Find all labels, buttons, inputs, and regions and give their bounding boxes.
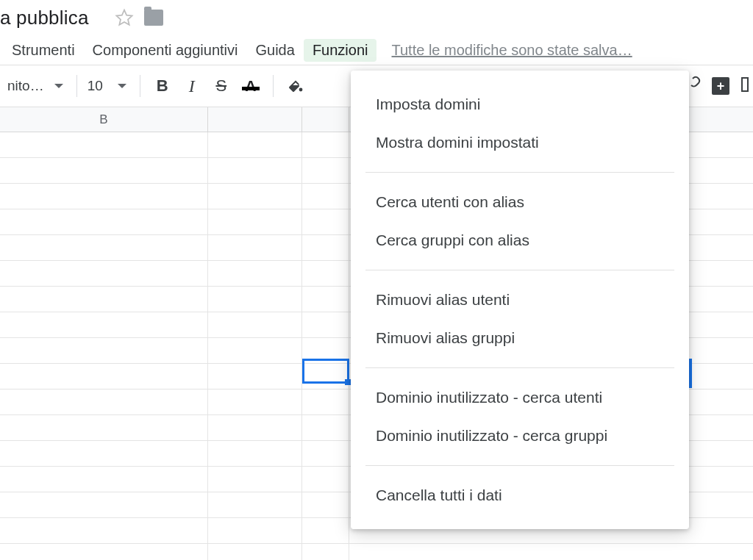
- dropdown-item[interactable]: Cerca gruppi con alias: [351, 221, 689, 259]
- cell[interactable]: [302, 132, 349, 157]
- cell[interactable]: [208, 364, 302, 389]
- cell[interactable]: [302, 415, 349, 440]
- cell[interactable]: [208, 209, 302, 234]
- dropdown-item[interactable]: Dominio inutilizzato - cerca gruppi: [351, 417, 689, 455]
- cell[interactable]: [208, 441, 302, 466]
- cell[interactable]: [208, 415, 302, 440]
- chevron-down-icon[interactable]: [118, 84, 126, 88]
- cell[interactable]: [0, 467, 208, 492]
- dropdown-item[interactable]: Cancella tutti i dati: [351, 476, 689, 514]
- cell[interactable]: [0, 441, 208, 466]
- star-icon[interactable]: [115, 8, 134, 27]
- cell[interactable]: [302, 492, 349, 517]
- svg-point-1: [299, 88, 302, 92]
- dropdown-item[interactable]: Dominio inutilizzato - cerca utenti: [351, 378, 689, 417]
- cell[interactable]: [302, 467, 349, 492]
- dropdown-separator: [365, 270, 674, 270]
- cell[interactable]: [302, 544, 349, 560]
- svg-rect-2: [742, 78, 748, 91]
- menu-componenti-aggiuntivi[interactable]: Componenti aggiuntivi: [84, 39, 247, 62]
- cell[interactable]: [0, 364, 208, 389]
- cell[interactable]: [302, 158, 349, 183]
- cell[interactable]: [302, 441, 349, 466]
- dropdown-separator: [365, 367, 674, 368]
- cell[interactable]: [302, 312, 349, 337]
- menubar: Strumenti Componenti aggiuntivi Guida Fu…: [0, 35, 753, 65]
- column-header-b[interactable]: B: [0, 107, 208, 132]
- cell[interactable]: [208, 467, 302, 492]
- column-header-c[interactable]: [208, 107, 302, 132]
- cell[interactable]: [302, 338, 349, 363]
- cell[interactable]: [0, 132, 208, 157]
- cell[interactable]: [208, 492, 302, 517]
- cell[interactable]: [0, 261, 208, 286]
- cell[interactable]: [302, 261, 349, 286]
- strikethrough-button[interactable]: S: [207, 76, 236, 96]
- text-color-bar: [242, 87, 260, 90]
- dropdown-item[interactable]: Mostra domini impostati: [351, 123, 689, 162]
- dropdown-item[interactable]: Imposta domini: [351, 85, 689, 123]
- dropdown-item[interactable]: Rimuovi alias utenti: [351, 281, 689, 319]
- cell[interactable]: [208, 390, 302, 414]
- cell[interactable]: [0, 518, 208, 543]
- cell[interactable]: [0, 235, 208, 260]
- dropdown-separator: [365, 465, 674, 466]
- font-family-select[interactable]: nito…: [7, 78, 49, 94]
- text-color-letter: A: [245, 77, 256, 94]
- cell[interactable]: [0, 184, 208, 209]
- cell[interactable]: [302, 184, 349, 209]
- cell[interactable]: [0, 312, 208, 337]
- chevron-down-icon[interactable]: [54, 84, 63, 88]
- save-status[interactable]: Tutte le modifiche sono state salva…: [391, 42, 632, 59]
- cell[interactable]: [302, 209, 349, 234]
- bold-button[interactable]: B: [148, 76, 177, 96]
- cell[interactable]: [0, 544, 208, 560]
- cell[interactable]: [208, 287, 302, 312]
- svg-marker-0: [116, 10, 132, 25]
- cell[interactable]: [208, 312, 302, 337]
- cell[interactable]: [208, 261, 302, 286]
- cell[interactable]: [208, 184, 302, 209]
- text-color-button[interactable]: A: [236, 77, 265, 95]
- doc-title[interactable]: a pubblica: [0, 7, 89, 29]
- cell[interactable]: [0, 492, 208, 517]
- cell[interactable]: [0, 209, 208, 234]
- font-size-select[interactable]: 10: [85, 78, 112, 94]
- column-header-d[interactable]: [302, 107, 349, 132]
- cell[interactable]: [0, 158, 208, 183]
- cell[interactable]: [208, 132, 302, 157]
- menu-strumenti[interactable]: Strumenti: [3, 39, 84, 62]
- menu-funzioni[interactable]: Funzioni: [304, 39, 377, 62]
- menu-guida[interactable]: Guida: [247, 39, 304, 62]
- cell[interactable]: [302, 390, 349, 414]
- dropdown-separator: [365, 172, 674, 173]
- cell[interactable]: [0, 338, 208, 363]
- cell[interactable]: [302, 364, 349, 389]
- dropdown-item[interactable]: Rimuovi alias gruppi: [351, 319, 689, 357]
- more-icon[interactable]: [740, 76, 750, 96]
- table-row[interactable]: [0, 544, 753, 560]
- italic-button[interactable]: I: [177, 76, 207, 96]
- cell[interactable]: [302, 235, 349, 260]
- cell[interactable]: [0, 390, 208, 414]
- cell[interactable]: [208, 158, 302, 183]
- cell[interactable]: [302, 287, 349, 312]
- funzioni-dropdown: Imposta dominiMostra domini impostatiCer…: [351, 71, 689, 529]
- add-comment-button[interactable]: +: [712, 77, 729, 95]
- cell[interactable]: [302, 518, 349, 543]
- dropdown-item[interactable]: Cerca utenti con alias: [351, 183, 689, 221]
- folder-icon[interactable]: [144, 10, 163, 26]
- cell[interactable]: [349, 544, 753, 560]
- cell[interactable]: [0, 415, 208, 440]
- cell[interactable]: [208, 518, 302, 543]
- cell[interactable]: [208, 338, 302, 363]
- cell[interactable]: [0, 287, 208, 312]
- cell[interactable]: [208, 235, 302, 260]
- fill-color-button[interactable]: [281, 77, 310, 95]
- cell[interactable]: [208, 544, 302, 560]
